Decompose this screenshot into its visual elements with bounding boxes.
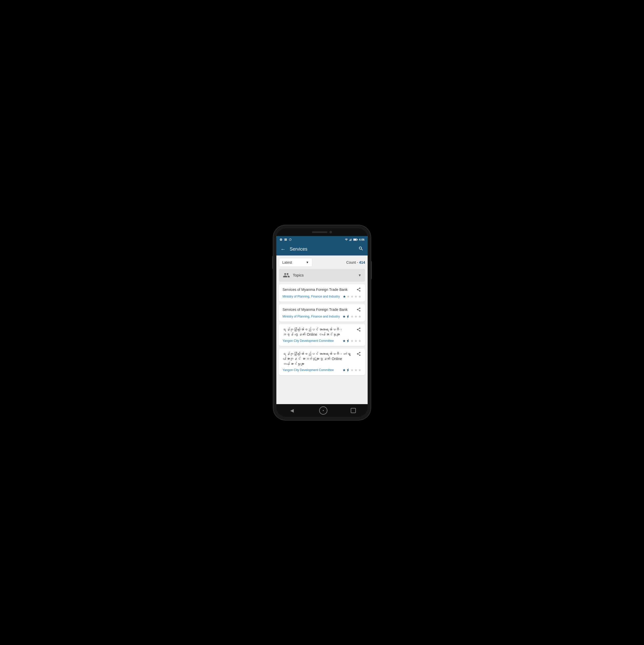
card-3-title: ရန်ကုန်မြို့တော်စည်ပင်သာယာရေးကော်မတီ၊ အခ… — [283, 327, 356, 337]
card-2-footer: Ministry of Planning, Finance and Indust… — [283, 314, 361, 318]
card-2-header: Services of Myanma Foreign Trade Bank — [283, 307, 361, 313]
count-display: Count - 414 — [346, 260, 365, 264]
screen-content: 4:06 ← Services — [276, 236, 368, 404]
time-display: 4:06 — [359, 238, 364, 241]
card-1-title: Services of Myanma Foreign Trade Bank — [283, 287, 356, 292]
service-card-3[interactable]: ရန်ကုန်မြို့တော်စည်ပင်သာယာရေးကော်မတီ၊ အခ… — [279, 324, 365, 346]
star-3: ★ — [350, 314, 354, 318]
share-icon-2 — [356, 307, 361, 312]
card-4-share-button[interactable] — [356, 352, 361, 357]
star-3: ★ — [350, 339, 354, 343]
star-1: ★ — [343, 294, 346, 298]
star-2: ⯨ — [346, 314, 350, 318]
app-bar: ← Services — [276, 243, 368, 255]
star-2: ⯨ — [346, 339, 350, 343]
card-3-footer: Yangon City Development Committee ★ ⯨ ★ … — [283, 339, 361, 343]
topics-filter[interactable]: Topics ▼ — [279, 269, 365, 282]
people-icon — [283, 272, 290, 279]
card-4-subtitle: Yangon City Development Committee — [283, 368, 334, 372]
topics-icon — [283, 271, 290, 279]
share-icon — [356, 287, 361, 292]
battery-icon — [353, 238, 358, 241]
home-circle-icon — [322, 409, 325, 413]
svg-rect-2 — [350, 239, 350, 241]
card-4-footer: Yangon City Development Committee ★ ⯨ ★ … — [283, 368, 361, 372]
star-1: ★ — [342, 339, 346, 343]
star-3: ★ — [350, 368, 354, 372]
card-2-subtitle: Ministry of Planning, Finance and Indust… — [283, 315, 340, 318]
screen: 4:06 ← Services — [276, 236, 368, 404]
svg-point-8 — [323, 410, 324, 411]
sort-dropdown[interactable]: Latest ▼ — [279, 258, 312, 267]
topics-arrow-icon: ▼ — [358, 273, 361, 277]
signal-icon — [349, 238, 352, 241]
card-3-subtitle: Yangon City Development Committee — [283, 339, 334, 343]
star-4: ★ — [354, 368, 358, 372]
back-nav-button[interactable]: ◀ — [288, 406, 296, 415]
app-title: Services — [290, 246, 354, 252]
count-value: 414 — [359, 260, 365, 264]
share-icon-3 — [356, 327, 361, 332]
card-3-share-button[interactable] — [356, 327, 361, 333]
star-1: ★ — [342, 368, 346, 372]
service-card-1[interactable]: Services of Myanma Foreign Trade Bank Mi… — [279, 284, 365, 301]
status-icons-left — [280, 238, 292, 241]
settings-icon — [280, 238, 283, 241]
card-4-header: ရန်ကုန်မြို့တော်စည်ပင်သာယာရေးကော်မတီ၊ တံ… — [283, 352, 361, 367]
svg-rect-3 — [351, 239, 351, 241]
star-4: ★ — [354, 314, 358, 318]
search-icon — [358, 246, 363, 251]
star-5: ★ — [358, 368, 361, 372]
star-5: ★ — [358, 314, 361, 318]
camera — [329, 231, 332, 233]
home-nav-button[interactable] — [319, 406, 327, 415]
card-2-rating: ★ ⯨ ★ ★ ★ — [342, 314, 361, 318]
star-1: ★ — [342, 314, 346, 318]
topics-label: Topics — [293, 273, 355, 277]
data-icon — [289, 238, 292, 241]
star-2: ⯨ — [346, 368, 350, 372]
storage-icon — [284, 238, 287, 241]
sort-arrow-icon: ▼ — [306, 261, 309, 264]
star-5: ★ — [358, 339, 361, 343]
content-area: Latest ▼ Count - 414 — [276, 255, 368, 404]
card-2-title: Services of Myanma Foreign Trade Bank — [283, 307, 356, 312]
status-right: 4:06 — [345, 238, 364, 241]
star-5: ★ — [358, 294, 361, 298]
recent-nav-button[interactable] — [351, 408, 356, 413]
status-bar: 4:06 — [276, 236, 368, 243]
svg-rect-6 — [357, 239, 358, 240]
service-card-2[interactable]: Services of Myanma Foreign Trade Bank Mi… — [279, 304, 365, 321]
card-4-rating: ★ ⯨ ★ ★ ★ — [342, 368, 361, 372]
svg-rect-1 — [349, 240, 350, 241]
card-1-subtitle: Ministry of Planning, Finance and Indust… — [283, 295, 340, 298]
svg-rect-7 — [353, 239, 356, 240]
back-button[interactable]: ← — [280, 245, 287, 253]
wifi-icon — [345, 238, 348, 241]
star-4: ★ — [354, 339, 358, 343]
card-4-title: ရန်ကုန်မြို့တော်စည်ပင်သာယာရေးကော်မတီ၊ တံ… — [283, 352, 356, 367]
phone-inner: 4:06 ← Services — [276, 228, 368, 417]
card-1-footer: Ministry of Planning, Finance and Indust… — [283, 294, 361, 298]
sort-label: Latest — [282, 260, 304, 264]
star-4: ★ — [354, 294, 358, 298]
phone-frame: 4:06 ← Services — [273, 225, 371, 420]
service-card-4[interactable]: ရန်ကုန်မြို့တော်စည်ပင်သာယာရေးကော်မတီ၊ တံ… — [279, 349, 365, 376]
star-2: ★ — [347, 294, 350, 298]
card-1-share-button[interactable] — [356, 287, 361, 293]
star-3: ★ — [350, 294, 354, 298]
speaker — [312, 231, 327, 233]
phone-top-bar — [276, 228, 368, 236]
card-1-rating: ★ ★ ★ ★ ★ — [343, 294, 361, 298]
share-icon-4 — [356, 352, 361, 356]
card-1-header: Services of Myanma Foreign Trade Bank — [283, 287, 361, 293]
count-label: Count - — [346, 260, 358, 264]
filter-row: Latest ▼ Count - 414 — [279, 258, 365, 267]
card-3-rating: ★ ⯨ ★ ★ ★ — [342, 339, 361, 343]
svg-rect-4 — [351, 239, 352, 241]
card-2-share-button[interactable] — [356, 307, 361, 313]
card-3-header: ရန်ကုန်မြို့တော်စည်ပင်သာယာရေးကော်မတီ၊ အခ… — [283, 327, 361, 337]
bottom-nav: ◀ — [276, 404, 368, 417]
search-button[interactable] — [357, 245, 364, 253]
